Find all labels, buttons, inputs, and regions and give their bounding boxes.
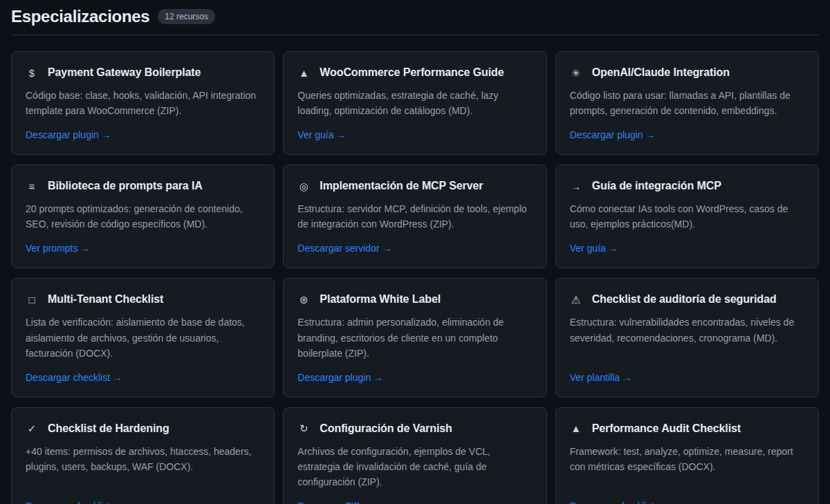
card-link[interactable]: Descargar plugin →	[570, 129, 656, 140]
card-header: ≡ Biblioteca de prompts para IA	[26, 180, 260, 192]
card-link[interactable]: Descargar checklist →	[570, 501, 667, 504]
resource-card: ⊛ Plataforma White Label Estructura: adm…	[283, 278, 546, 397]
resource-card: $ Payment Gateway Boilerplate Código bas…	[11, 51, 275, 155]
card-link[interactable]: Descargar servidor →	[297, 243, 391, 254]
card-description: Estructura: admin personalizado, elimina…	[297, 315, 532, 360]
warning-icon: ⚠	[570, 295, 582, 305]
resource-card: ↻ Configuración de Varnish Archivos de c…	[283, 407, 546, 504]
card-title: Guía de integración MCP	[592, 180, 721, 192]
card-title: Multi-Tenant Checklist	[48, 293, 163, 306]
card-title: Biblioteca de prompts para IA	[48, 180, 203, 192]
dollar-icon: $	[26, 68, 38, 78]
check-icon: ✓	[26, 423, 38, 433]
card-header: ▲ Performance Audit Checklist	[570, 422, 804, 435]
specializations-page: Especializaciones 12 recursos $ Payment …	[0, 0, 830, 504]
card-link[interactable]: Ver guía →	[570, 243, 618, 254]
square-icon: □	[26, 295, 38, 305]
card-header: □ Multi-Tenant Checklist	[26, 293, 260, 306]
card-link[interactable]: Ver plantilla →	[570, 372, 632, 383]
card-description: Framework: test, analyze, optimize, meas…	[570, 444, 804, 474]
card-description: Queries optimizadas, estrategia de caché…	[297, 88, 532, 118]
resource-card: ✳ OpenAI/Claude Integration Código listo…	[555, 51, 819, 155]
arrow-right-icon: →	[570, 181, 582, 192]
card-title: Configuración de Varnish	[320, 422, 452, 435]
card-title: Plataforma White Label	[320, 293, 441, 306]
card-link[interactable]: Descargar plugin →	[297, 372, 383, 383]
resource-card: ▲ Performance Audit Checklist Framework:…	[555, 407, 819, 504]
card-title: WooCommerce Performance Guide	[320, 66, 504, 79]
card-title: Performance Audit Checklist	[592, 422, 741, 435]
card-header: → Guía de integración MCP	[570, 180, 804, 192]
page-header: Especializaciones 12 recursos	[11, 6, 819, 35]
card-link[interactable]: Ver guía →	[297, 129, 346, 140]
globe-icon: ⊛	[297, 295, 310, 305]
card-title: Checklist de Hardening	[48, 422, 169, 435]
card-header: ✳ OpenAI/Claude Integration	[570, 66, 804, 79]
resource-card: ⚠ Checklist de auditoría de seguridad Es…	[555, 278, 819, 397]
header-divider	[11, 35, 819, 35]
card-header: ⊛ Plataforma White Label	[297, 293, 532, 306]
refresh-icon: ↻	[297, 423, 310, 433]
card-title: Payment Gateway Boilerplate	[48, 66, 201, 79]
card-description: 20 prompts optimizados: generación de co…	[26, 201, 260, 232]
card-description: Lista de verificación: aislamiento de ba…	[26, 315, 260, 360]
card-link[interactable]: Descargar checklist →	[26, 501, 122, 504]
target-icon: ◎	[297, 181, 310, 192]
card-description: Código base: clase, hooks, validación, A…	[26, 88, 260, 118]
card-header: ◎ Implementación de MCP Server	[297, 180, 532, 192]
card-header: ↻ Configuración de Varnish	[297, 422, 532, 435]
resource-card: ✓ Checklist de Hardening +40 items: perm…	[11, 407, 275, 504]
card-description: Cómo conectar IAs tools con WordPress, c…	[570, 201, 804, 232]
card-link[interactable]: Ver prompts →	[26, 243, 90, 254]
resource-card: ◎ Implementación de MCP Server Estructur…	[283, 165, 546, 268]
card-title: Implementación de MCP Server	[320, 180, 483, 192]
card-header: ▲ WooCommerce Performance Guide	[297, 66, 532, 79]
sparkle-icon: ✳	[570, 68, 582, 78]
resource-card: → Guía de integración MCP Cómo conectar …	[555, 165, 819, 268]
card-header: ✓ Checklist de Hardening	[26, 422, 260, 435]
card-description: Código listo para usar: llamadas a API, …	[570, 88, 804, 118]
resource-grid: $ Payment Gateway Boilerplate Código bas…	[11, 51, 819, 504]
resource-card: ≡ Biblioteca de prompts para IA 20 promp…	[11, 165, 275, 268]
card-title: OpenAI/Claude Integration	[592, 66, 730, 79]
card-description: Estructura: vulnerabilidades encontradas…	[570, 315, 804, 345]
page-title: Especializaciones	[11, 7, 149, 26]
list-icon: ≡	[26, 181, 38, 192]
resource-count-badge: 12 recursos	[158, 9, 215, 24]
card-title: Checklist de auditoría de seguridad	[592, 293, 777, 306]
card-link[interactable]: Descargar ZIP →	[297, 501, 372, 504]
card-link[interactable]: Descargar plugin →	[26, 129, 111, 140]
card-description: Estructura: servidor MCP, definición de …	[297, 201, 532, 232]
triangle-icon: ▲	[297, 68, 310, 78]
triangle-icon: ▲	[570, 423, 582, 433]
card-description: Archivos de configuración, ejemplos de V…	[297, 444, 532, 489]
card-description: +40 items: permisos de archivos, htacces…	[26, 444, 260, 474]
card-header: $ Payment Gateway Boilerplate	[26, 66, 260, 79]
resource-card: ▲ WooCommerce Performance Guide Queries …	[283, 51, 546, 155]
card-header: ⚠ Checklist de auditoría de seguridad	[570, 293, 804, 306]
resource-card: □ Multi-Tenant Checklist Lista de verifi…	[11, 278, 275, 397]
card-link[interactable]: Descargar checklist →	[26, 372, 122, 383]
